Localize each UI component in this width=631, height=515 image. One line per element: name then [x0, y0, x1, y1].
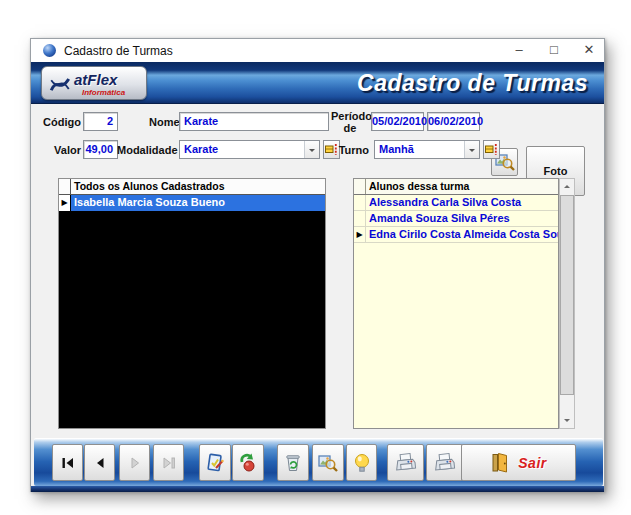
- valor-field[interactable]: 49,00: [83, 140, 118, 159]
- next-record-button[interactable]: [119, 444, 150, 481]
- table-row[interactable]: ▶ Edna Cirilo Costa Almeida Costa Souza: [354, 227, 558, 243]
- scroll-down-button[interactable]: [560, 413, 574, 428]
- table-row[interactable]: Alessandra Carla Silva Costa: [354, 195, 558, 211]
- periodo-start-field[interactable]: 05/02/2010: [371, 112, 424, 131]
- student-name-cell[interactable]: Edna Cirilo Costa Almeida Costa Souza: [366, 227, 558, 242]
- maximize-button[interactable]: □: [538, 39, 570, 62]
- turno-lookup-button[interactable]: [483, 140, 500, 159]
- green-arrow-red-ball-icon: [237, 452, 259, 474]
- prior-record-button[interactable]: [84, 444, 115, 481]
- chevron-down-icon: [564, 419, 570, 425]
- print-preview-button[interactable]: [426, 444, 463, 481]
- class-students-grid: Alunos dessa turma Alessandra Carla Silv…: [353, 178, 559, 429]
- lookup-table-icon: [485, 143, 498, 156]
- nome-label: Nome: [149, 115, 179, 129]
- printer-icon: [393, 451, 419, 475]
- table-row[interactable]: Amanda Souza Silva Péres: [354, 211, 558, 227]
- class-students-grid-header[interactable]: Alunos dessa turma: [354, 179, 558, 195]
- chevron-down-icon: [469, 149, 475, 155]
- first-record-button[interactable]: [52, 444, 83, 481]
- sair-button[interactable]: Sair: [461, 444, 576, 481]
- prior-record-icon: [93, 457, 107, 469]
- row-indicator-cell: ▶: [59, 195, 71, 211]
- row-pointer-icon: ▶: [61, 199, 67, 207]
- valor-label: Valor: [41, 143, 81, 157]
- modalidade-value: Karate: [180, 141, 304, 158]
- grid-gutter-header: [354, 179, 366, 194]
- modalidade-combo[interactable]: Karate: [179, 140, 320, 159]
- class-students-scrollbar[interactable]: [559, 178, 575, 429]
- page-title: Cadastro de Turmas: [357, 70, 588, 97]
- minimize-button[interactable]: –: [503, 39, 535, 62]
- window-title: Cadastro de Turmas: [64, 44, 173, 58]
- edit-form-icon: [204, 452, 226, 474]
- modalidade-label: Modalidade: [117, 143, 175, 157]
- nome-field[interactable]: Karate: [179, 112, 329, 131]
- turno-value: Manhã: [375, 141, 464, 158]
- save-button[interactable]: [232, 444, 264, 481]
- light-bulb-icon: [351, 452, 373, 474]
- all-students-column-title: Todos os Alunos Cadastrados: [71, 179, 325, 194]
- grid-gutter-header: [59, 179, 71, 194]
- chevron-up-icon: [564, 182, 570, 188]
- print-button[interactable]: [387, 444, 424, 481]
- logo-subtitle: Informática: [82, 88, 125, 97]
- chevron-down-icon: [309, 149, 315, 155]
- row-pointer-icon: ▶: [356, 231, 362, 239]
- all-students-grid-header[interactable]: Todos os Alunos Cadastrados: [59, 179, 325, 195]
- periodo-end-field[interactable]: 06/02/2010: [427, 112, 480, 131]
- sair-label: Sair: [518, 455, 546, 471]
- turno-dropdown-button[interactable]: [464, 141, 479, 158]
- student-name-cell[interactable]: Isabella Marcia Souza Bueno: [71, 195, 325, 211]
- codigo-field[interactable]: 2: [83, 112, 118, 131]
- exit-door-icon: [490, 452, 510, 474]
- app-window: Cadastro de Turmas – □ ✕ atFlex Informát…: [30, 38, 605, 492]
- row-indicator-cell: ▶: [354, 227, 366, 242]
- student-name-cell[interactable]: Alessandra Carla Silva Costa: [366, 195, 558, 210]
- edit-button[interactable]: [199, 444, 231, 481]
- logo-name: atFlex: [74, 71, 117, 88]
- titlebar: Cadastro de Turmas – □ ✕: [31, 39, 604, 62]
- scroll-up-button[interactable]: [560, 179, 574, 194]
- last-record-button[interactable]: [153, 444, 184, 481]
- close-button[interactable]: ✕: [573, 39, 605, 62]
- student-name-cell[interactable]: Amanda Souza Silva Péres: [366, 211, 558, 226]
- class-students-column-title: Alunos dessa turma: [366, 179, 558, 194]
- app-globe-icon: [43, 44, 56, 57]
- search-button[interactable]: [312, 444, 344, 481]
- hint-button[interactable]: [346, 444, 377, 481]
- swoosh-icon: [47, 74, 73, 94]
- window-bottom-edge: [31, 486, 604, 492]
- delete-button[interactable]: [277, 444, 309, 481]
- scrollbar-thumb[interactable]: [560, 195, 574, 395]
- atflex-logo: atFlex Informática: [41, 66, 147, 100]
- modalidade-dropdown-button[interactable]: [304, 141, 319, 158]
- row-indicator-cell: [354, 211, 366, 226]
- header-banner: atFlex Informática Cadastro de Turmas: [31, 62, 604, 104]
- turno-combo[interactable]: Manhã: [374, 140, 480, 159]
- table-row[interactable]: ▶ Isabella Marcia Souza Bueno: [59, 195, 325, 211]
- last-record-icon: [162, 457, 176, 469]
- row-indicator-cell: [354, 195, 366, 210]
- codigo-label: Código: [41, 115, 81, 129]
- turno-label: Turno: [337, 143, 369, 157]
- periodo-label-line2: de: [331, 121, 369, 135]
- printer-icon: [432, 451, 458, 475]
- first-record-icon: [61, 457, 75, 469]
- image-magnifier-icon: [317, 452, 339, 474]
- all-students-grid: Todos os Alunos Cadastrados ▶ Isabella M…: [58, 178, 326, 429]
- recycle-bin-icon: [282, 452, 304, 474]
- next-record-icon: [128, 457, 142, 469]
